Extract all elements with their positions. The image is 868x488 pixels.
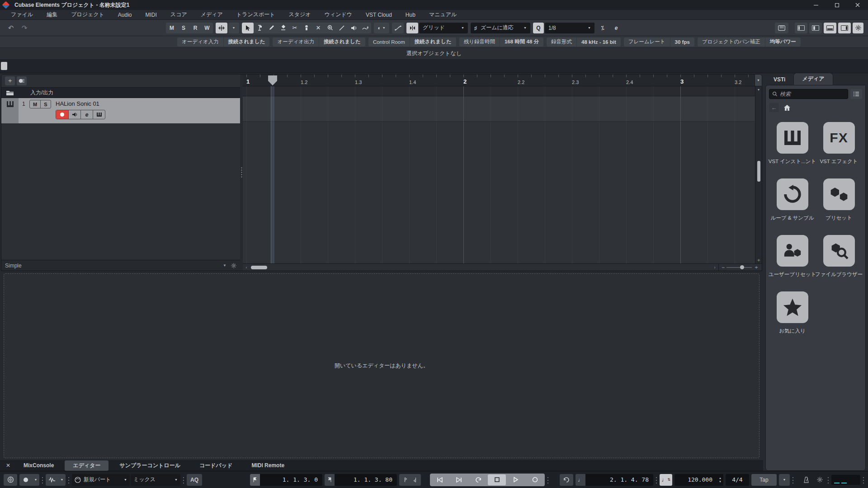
tile-favorites[interactable]: お気に入り bbox=[770, 291, 815, 334]
record-enable-button[interactable] bbox=[56, 110, 68, 119]
maximize-button[interactable] bbox=[826, 0, 847, 10]
track-name[interactable]: HALion Sonic 01 bbox=[56, 100, 99, 107]
track-list-settings-icon[interactable] bbox=[231, 263, 236, 268]
menu-media[interactable]: メディア bbox=[194, 10, 229, 19]
menu-vst-cloud[interactable]: VST Cloud bbox=[359, 11, 398, 19]
stop-button[interactable] bbox=[488, 474, 506, 485]
snap-type-dropdown[interactable]: グリッド▼ bbox=[419, 23, 468, 33]
menu-window[interactable]: ウィンドウ bbox=[318, 10, 359, 19]
scroll-left-button[interactable]: ‹ bbox=[243, 264, 250, 271]
close-lower-zone-button[interactable]: ✕ bbox=[4, 462, 13, 469]
menu-manual[interactable]: マニュアル bbox=[423, 10, 463, 19]
snap-button[interactable] bbox=[406, 23, 418, 33]
horizontal-scrollbar[interactable]: ‹ › − ＋ bbox=[243, 263, 762, 271]
range-tool-button[interactable] bbox=[254, 23, 265, 33]
quantize-panel-button[interactable]: e bbox=[611, 23, 622, 33]
position-display[interactable]: 2. 1. 4. 78 bbox=[585, 474, 653, 486]
right-zone-toggle[interactable] bbox=[838, 23, 851, 33]
menu-edit[interactable]: 編集 bbox=[40, 10, 64, 19]
home-button[interactable] bbox=[783, 104, 791, 111]
open-instrument-button[interactable] bbox=[93, 110, 105, 119]
channel-zone-toggle[interactable] bbox=[809, 23, 822, 33]
vertical-scrollbar[interactable]: ▼ ＋ bbox=[755, 86, 762, 263]
monitor-button[interactable] bbox=[68, 110, 80, 119]
record-mode-button[interactable] bbox=[19, 474, 32, 486]
pan-law-status[interactable]: プロジェクトのパン補正均等パワー bbox=[698, 38, 801, 47]
midi-record-mode-dropdown[interactable]: 新規パート▼ bbox=[72, 474, 130, 486]
event-display[interactable] bbox=[243, 86, 755, 263]
audio-record-mode-dropdown[interactable]: ▼ bbox=[58, 474, 66, 486]
tile-file-browser[interactable]: ファイルブラウザー bbox=[816, 235, 862, 278]
tab-vsti[interactable]: VSTi bbox=[765, 75, 793, 85]
search-input[interactable] bbox=[780, 91, 845, 97]
project-overview-strip[interactable] bbox=[0, 60, 868, 73]
global-mute-button[interactable]: M bbox=[166, 23, 178, 33]
overview-thumb[interactable] bbox=[1, 62, 7, 70]
menu-project[interactable]: プロジェクト bbox=[65, 10, 111, 19]
menu-studio[interactable]: スタジオ bbox=[283, 10, 317, 19]
visibility-agent-dropdown[interactable]: ▼ bbox=[223, 263, 226, 267]
onscreen-keyboard-button[interactable] bbox=[775, 23, 788, 33]
mute-tool-button[interactable]: ✕ bbox=[312, 23, 324, 33]
zoom-out-button[interactable]: − bbox=[722, 264, 725, 271]
play-button[interactable] bbox=[507, 474, 525, 485]
transport-settings-button[interactable] bbox=[814, 474, 825, 486]
audio-input-status[interactable]: オーディオ入力接続されました bbox=[177, 38, 269, 47]
record-format-status[interactable]: 録音形式48 kHz - 16 bit bbox=[547, 38, 621, 47]
tab-sampler-control[interactable]: サンプラーコントロール bbox=[111, 460, 189, 471]
right-locator-button[interactable] bbox=[325, 474, 335, 486]
results-list-button[interactable] bbox=[850, 89, 862, 99]
minimize-button[interactable] bbox=[806, 0, 826, 10]
right-locator-display[interactable]: 1. 1. 3. 80 bbox=[335, 474, 397, 486]
zoom-slider-knob[interactable] bbox=[740, 265, 744, 269]
left-locator-display[interactable]: 1. 1. 3. 0 bbox=[260, 474, 322, 486]
auto-scroll-button[interactable] bbox=[216, 23, 227, 33]
time-format-button[interactable]: ♩ bbox=[576, 474, 585, 486]
lower-zone-toggle[interactable] bbox=[824, 23, 836, 33]
edit-channel-button[interactable]: e bbox=[80, 110, 93, 119]
ruler-options-button[interactable]: ▼ bbox=[755, 75, 762, 86]
quantize-dropdown[interactable]: 1/8▼ bbox=[545, 23, 594, 33]
tab-chord-pads[interactable]: コードパッド bbox=[191, 460, 241, 471]
auto-quantize-button[interactable]: AQ bbox=[187, 474, 202, 486]
vertical-scroll-thumb[interactable] bbox=[757, 161, 760, 182]
tab-midi-remote[interactable]: MIDI Remote bbox=[243, 461, 292, 470]
restart-on-stop-button[interactable] bbox=[560, 474, 573, 486]
time-signature-display[interactable]: 4/4 bbox=[726, 474, 749, 486]
close-button[interactable] bbox=[847, 0, 868, 10]
tap-tempo-button[interactable]: Tap bbox=[751, 474, 777, 486]
curve-tool-button[interactable] bbox=[359, 23, 371, 33]
tempo-display[interactable]: 120.000 bbox=[675, 474, 717, 486]
midi-record-mix-dropdown[interactable]: ミックス▼ bbox=[131, 474, 180, 486]
redo-button[interactable]: ↷ bbox=[19, 23, 30, 33]
iterative-quantize-button[interactable]: ⁒ bbox=[597, 23, 608, 33]
record-time-status[interactable]: 残り録音時間168 時間 48 分 bbox=[459, 38, 543, 47]
menu-hub[interactable]: Hub bbox=[399, 11, 422, 19]
color-menu-button[interactable]: ◐▼ bbox=[374, 23, 389, 33]
metronome-button[interactable] bbox=[800, 474, 812, 486]
go-to-start-button[interactable] bbox=[431, 474, 449, 485]
left-locator-button[interactable] bbox=[250, 474, 260, 486]
back-button[interactable]: ← bbox=[769, 103, 779, 112]
zoom-in-button[interactable]: ＋ bbox=[754, 263, 759, 271]
zone-setup-button[interactable] bbox=[853, 23, 863, 33]
track-visibility-button[interactable] bbox=[17, 76, 27, 85]
scroll-up-button[interactable]: ▼ bbox=[755, 86, 762, 93]
auto-scroll-dropdown[interactable]: ▼ bbox=[228, 23, 239, 33]
erase-tool-button[interactable] bbox=[277, 23, 289, 33]
vertical-zoom-in-button[interactable]: ＋ bbox=[756, 256, 761, 263]
io-folder-track[interactable]: 入力/出力 bbox=[1, 87, 240, 98]
tab-mixconsole[interactable]: MixConsole bbox=[15, 461, 62, 470]
line-tool-button[interactable] bbox=[336, 23, 348, 33]
horizontal-scroll-track[interactable] bbox=[250, 264, 711, 271]
audio-record-mode-button[interactable] bbox=[46, 474, 58, 486]
audio-output-status[interactable]: オーディオ出力接続されました bbox=[273, 38, 365, 47]
zoom-slider[interactable] bbox=[726, 267, 752, 268]
tab-media[interactable]: メディア bbox=[793, 73, 833, 85]
left-zone-toggle[interactable] bbox=[795, 23, 807, 33]
split-tool-button[interactable]: ✂ bbox=[289, 23, 301, 33]
tile-presets[interactable]: プリセット bbox=[816, 178, 862, 221]
tile-user-presets[interactable]: ユーザープリセット bbox=[770, 235, 815, 278]
control-room-status[interactable]: Control Room接続されました bbox=[368, 38, 456, 47]
tile-vst-instruments[interactable]: VST インスト...ント bbox=[770, 122, 815, 165]
